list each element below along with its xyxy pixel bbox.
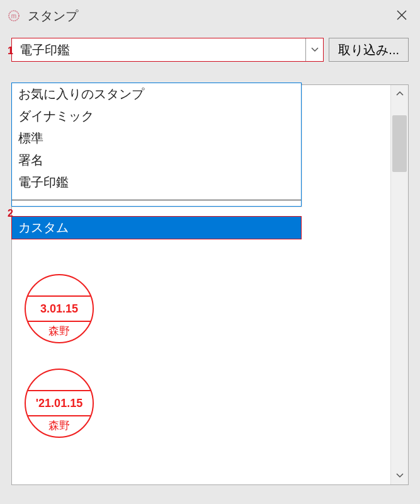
scroll-up-icon[interactable] bbox=[391, 85, 409, 103]
dropdown-option-digital-seal[interactable]: 電子印鑑 bbox=[12, 171, 301, 193]
dropdown-option-custom[interactable]: カスタム bbox=[12, 217, 301, 239]
stamp-item[interactable]: '21.01.15 森野 bbox=[25, 369, 94, 438]
dropdown-option-favorites[interactable]: お気に入りのスタンプ bbox=[12, 83, 301, 105]
scroll-track[interactable] bbox=[391, 103, 408, 467]
titlebar: m スタンプ bbox=[0, 0, 420, 32]
annotation-1: 1 bbox=[8, 45, 13, 57]
stamp-name: 森野 bbox=[48, 418, 70, 433]
close-button[interactable] bbox=[391, 2, 412, 30]
stamp-item[interactable]: 3.01.15 森野 bbox=[25, 274, 94, 343]
stamp-date: 3.01.15 bbox=[40, 302, 78, 316]
window-title: スタンプ bbox=[28, 8, 391, 25]
annotation-2: 2 bbox=[8, 208, 13, 219]
dropdown-separator bbox=[12, 195, 301, 205]
toolbar: 電子印鑑 取り込み... bbox=[0, 32, 420, 67]
stamp-panel: m スタンプ 1 2 電子印鑑 取り込み... '21.01.15 花子 bbox=[0, 0, 420, 504]
app-icon: m bbox=[8, 9, 20, 22]
dropdown-option-signature[interactable]: 署名 bbox=[12, 149, 301, 171]
scroll-down-icon[interactable] bbox=[391, 467, 409, 484]
chevron-down-icon bbox=[305, 38, 323, 61]
import-button[interactable]: 取り込み... bbox=[329, 38, 409, 62]
dropdown-option-custom-wrapper: カスタム bbox=[11, 216, 302, 239]
vertical-scrollbar[interactable] bbox=[390, 85, 408, 484]
dropdown-selected-value: 電子印鑑 bbox=[12, 42, 305, 59]
stamp-date: '21.01.15 bbox=[36, 397, 82, 410]
dropdown-option-dynamic[interactable]: ダイナミック bbox=[12, 105, 301, 127]
dropdown-list: お気に入りのスタンプ ダイナミック 標準 署名 電子印鑑 bbox=[11, 83, 302, 207]
stamp-category-dropdown[interactable]: 電子印鑑 bbox=[11, 38, 324, 62]
svg-text:m: m bbox=[11, 13, 16, 20]
scroll-thumb[interactable] bbox=[392, 115, 407, 172]
stamp-name: 森野 bbox=[48, 324, 70, 338]
dropdown-option-standard[interactable]: 標準 bbox=[12, 127, 301, 149]
